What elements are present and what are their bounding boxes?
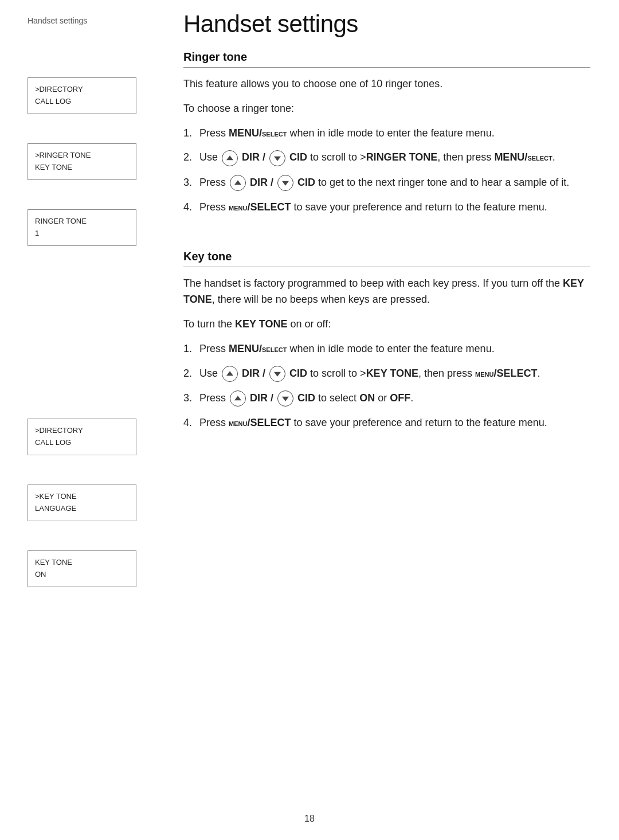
screen-item: RINGER TONE xyxy=(35,216,129,228)
kt-dir-up-icon xyxy=(222,366,238,382)
screen-box-kt-2: >KEY TONE LANGUAGE xyxy=(28,485,136,521)
screen-item: LANGUAGE xyxy=(35,503,129,515)
screen-box-rt-1: >DIRECTORY CALL LOG xyxy=(28,77,136,114)
dir-up-icon xyxy=(222,150,238,166)
page-number: 18 xyxy=(304,814,315,824)
kt-dir-down-icon xyxy=(269,366,285,382)
step-4: 4. Press menu/SELECT to save your prefer… xyxy=(183,199,590,216)
kt-step-4: 4. Press menu/SELECT to save your prefer… xyxy=(183,415,590,431)
ringer-tone-section: Ringer tone This feature allows you to c… xyxy=(183,50,590,216)
screen-item: CALL LOG xyxy=(35,437,129,449)
dir-down-icon xyxy=(269,150,285,166)
screen-box-kt-1: >DIRECTORY CALL LOG xyxy=(28,419,136,455)
screen-item: >RINGER TONE xyxy=(35,150,129,162)
kt-dir-up-icon-2 xyxy=(230,390,246,407)
ringer-tone-sub: To choose a ringer tone: xyxy=(183,100,590,117)
key-tone-section: Key tone The handset is factory programm… xyxy=(183,250,590,431)
screen-item: >DIRECTORY xyxy=(35,425,129,437)
ringer-tone-intro: This feature allows you to choose one of… xyxy=(183,76,590,92)
screen-box-rt-3: RINGER TONE 1 xyxy=(28,209,136,246)
screen-item: >DIRECTORY xyxy=(35,84,129,96)
ringer-tone-title: Ringer tone xyxy=(183,50,590,68)
content-area: Ringer tone This feature allows you to c… xyxy=(183,50,590,460)
kt-step-3: 3. Press DIR / CID to select ON or OFF. xyxy=(183,390,590,407)
screen-item: ON xyxy=(35,569,129,581)
screen-item: KEY TONE xyxy=(35,162,129,174)
screen-box-rt-2: >RINGER TONE KEY TONE xyxy=(28,143,136,180)
kt-step-2: 2. Use DIR / CID to scroll to >KEY TONE,… xyxy=(183,365,590,382)
page-title: Handset settings xyxy=(183,10,358,38)
dir-up-icon-2 xyxy=(230,175,246,191)
key-tone-steps: 1. Press MENU/select when in idle mode t… xyxy=(183,341,590,431)
screen-item: KEY TONE xyxy=(35,557,129,569)
breadcrumb: Handset settings xyxy=(28,16,87,25)
kt-dir-down-icon-2 xyxy=(277,390,293,407)
kt-step-1: 1. Press MENU/select when in idle mode t… xyxy=(183,341,590,357)
screen-item: >KEY TONE xyxy=(35,491,129,503)
step-1: 1. Press MENU/select when in idle mode t… xyxy=(183,125,590,142)
key-tone-title: Key tone xyxy=(183,250,590,267)
ringer-tone-steps: 1. Press MENU/select when in idle mode t… xyxy=(183,125,590,216)
key-tone-sub: To turn the KEY TONE on or off: xyxy=(183,316,590,333)
dir-down-icon-2 xyxy=(277,175,293,191)
screen-item: 1 xyxy=(35,228,129,240)
step-2: 2. Use DIR / CID to scroll to >RINGER TO… xyxy=(183,149,590,166)
key-tone-intro: The handset is factory programmed to bee… xyxy=(183,275,590,308)
step-3: 3. Press DIR / CID to get to the next ri… xyxy=(183,174,590,191)
screen-item: CALL LOG xyxy=(35,96,129,108)
screen-box-kt-3: KEY TONE ON xyxy=(28,550,136,587)
